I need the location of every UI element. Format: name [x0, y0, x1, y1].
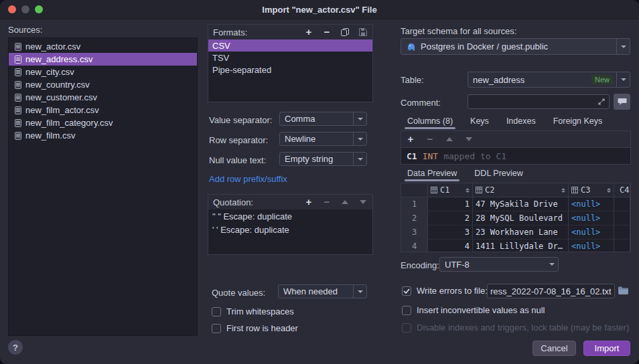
row-separator-select[interactable]: Newline: [279, 132, 367, 146]
checkbox-checked-icon: [402, 286, 411, 296]
insert-null-checkbox[interactable]: Insert inconvertible values as null: [402, 305, 545, 315]
table-cell[interactable]: <null>: [569, 225, 614, 240]
structure-tabs: Columns (8) Keys Indexes Foreign Keys: [407, 114, 602, 129]
comment-icon: [618, 98, 627, 106]
value-separator-select[interactable]: Comma: [279, 112, 367, 126]
table-cell[interactable]: <null>: [569, 211, 614, 225]
add-row-prefix-suffix-link[interactable]: Add row prefix/suffix: [209, 174, 287, 184]
write-errors-checkbox[interactable]: Write errors to file:: [402, 286, 488, 296]
format-item[interactable]: TSV: [208, 52, 372, 64]
chevron-down-icon: [353, 285, 366, 298]
format-item[interactable]: Pipe-separated: [208, 64, 372, 76]
table-cell[interactable]: [614, 197, 630, 211]
null-value-text-label: Null value text:: [209, 155, 266, 165]
column-definition-row[interactable]: C1 INT mapped to C1: [401, 148, 630, 164]
file-icon: [15, 81, 21, 89]
table-cell[interactable]: [614, 240, 630, 252]
quote-values-select[interactable]: When needed: [278, 284, 367, 298]
target-schema-select[interactable]: Postgres in Docker / guest.public: [401, 38, 630, 55]
cancel-button[interactable]: Cancel: [532, 341, 576, 356]
save-format-icon[interactable]: [358, 27, 368, 37]
move-up-icon[interactable]: [445, 134, 454, 144]
remove-column-icon[interactable]: −: [425, 134, 435, 144]
expand-icon[interactable]: [597, 98, 606, 106]
table-cell[interactable]: <null>: [569, 197, 614, 211]
comment-label: Comment:: [401, 98, 441, 108]
sources-label: Sources:: [8, 25, 42, 35]
file-icon: [15, 106, 21, 114]
table-cell[interactable]: 28 MySQL Boulevard: [473, 211, 569, 225]
column-header[interactable]: C3: [569, 183, 614, 197]
tab-ddl-preview[interactable]: DDL Preview: [474, 169, 522, 181]
file-icon: [15, 119, 21, 127]
row-number-cell: 2: [401, 211, 428, 225]
tab-foreign-keys[interactable]: Foreign Keys: [553, 116, 603, 129]
source-item[interactable]: new_film.csv: [9, 129, 197, 142]
comment-input[interactable]: [468, 94, 610, 109]
move-down-icon[interactable]: [464, 134, 474, 144]
table-cell[interactable]: 3: [428, 225, 473, 240]
table-cell[interactable]: 47 MySakila Drive: [473, 197, 569, 211]
column-header[interactable]: C2: [473, 183, 569, 197]
table-cell[interactable]: 23 Workhaven Lane: [473, 225, 569, 240]
row-number-cell: 3: [401, 225, 428, 240]
table-cell[interactable]: [614, 225, 630, 240]
error-file-input[interactable]: ress_2022-07-08_16_16_02.txt: [487, 284, 615, 298]
table-column-icon: [431, 187, 437, 193]
add-format-icon[interactable]: +: [304, 27, 313, 37]
copy-format-icon[interactable]: [340, 27, 350, 37]
chevron-down-icon: [353, 132, 366, 145]
sources-list: new_actor.csv new_address.csv new_city.c…: [8, 37, 198, 336]
source-item[interactable]: new_country.csv: [9, 78, 197, 91]
comment-bubble-button[interactable]: [614, 94, 630, 110]
tab-keys[interactable]: Keys: [470, 116, 489, 129]
preview-tabs: Data Preview DDL Preview: [407, 167, 523, 181]
encoding-select[interactable]: UTF-8: [439, 257, 559, 272]
columns-panel: + − C1 INT mapped to C1: [401, 130, 631, 165]
help-button[interactable]: ?: [8, 340, 23, 355]
table-cell[interactable]: [614, 211, 630, 225]
import-dialog: Import "new_actor.csv" File Sources: new…: [0, 0, 639, 364]
move-up-icon[interactable]: [340, 197, 350, 207]
data-preview-table: C1 C2 C3 C4 1 1 47 MySakila Drive <null>…: [401, 183, 631, 252]
table-cell[interactable]: 2: [428, 211, 473, 225]
file-icon: [15, 68, 21, 76]
add-column-icon[interactable]: +: [406, 134, 415, 144]
quotation-item[interactable]: " " Escape: duplicate: [208, 209, 372, 223]
sort-icon[interactable]: [607, 188, 611, 193]
table-cell[interactable]: 1411 Lillydale Dr…: [473, 240, 569, 252]
import-button[interactable]: Import: [583, 341, 630, 356]
table-combobox[interactable]: new_address New: [468, 72, 630, 88]
remove-quotation-icon[interactable]: −: [322, 197, 332, 207]
tab-data-preview[interactable]: Data Preview: [407, 169, 457, 181]
quotation-item[interactable]: ' ' Escape: duplicate: [208, 223, 372, 236]
table-cell[interactable]: <null>: [569, 240, 614, 252]
quotation-panel: Quotation: + − " " Escape: duplicate ' '…: [208, 194, 373, 255]
add-quotation-icon[interactable]: +: [304, 197, 313, 207]
source-item[interactable]: new_film_actor.csv: [9, 104, 197, 116]
trim-whitespaces-checkbox[interactable]: Trim whitespaces: [212, 306, 294, 316]
table-cell[interactable]: 4: [428, 240, 473, 252]
tab-indexes[interactable]: Indexes: [506, 116, 536, 129]
null-value-text-select[interactable]: Empty string: [279, 152, 367, 166]
source-item-selected[interactable]: new_address.csv: [9, 53, 197, 66]
sort-icon[interactable]: [466, 188, 470, 193]
source-item[interactable]: new_actor.csv: [9, 40, 197, 53]
table-cell[interactable]: 1: [428, 197, 473, 211]
browse-folder-icon[interactable]: [618, 286, 629, 295]
format-item-selected[interactable]: CSV: [208, 39, 372, 52]
source-item[interactable]: new_customer.csv: [9, 91, 197, 104]
source-item-label: new_country.csv: [25, 80, 90, 90]
new-badge: New: [591, 75, 613, 84]
column-header[interactable]: C4: [614, 183, 630, 197]
remove-format-icon[interactable]: −: [322, 27, 332, 37]
tab-columns[interactable]: Columns (8): [407, 116, 453, 129]
move-down-icon[interactable]: [358, 197, 368, 207]
column-header[interactable]: C1: [428, 183, 473, 197]
sort-icon[interactable]: [561, 188, 565, 193]
disable-indexes-checkbox: Disable indexes and triggers, lock table…: [402, 323, 629, 333]
source-item[interactable]: new_city.csv: [9, 66, 197, 78]
source-item[interactable]: new_film_category.csv: [9, 116, 197, 129]
first-row-header-checkbox[interactable]: First row is header: [212, 323, 298, 333]
column-name: C1: [407, 151, 417, 161]
